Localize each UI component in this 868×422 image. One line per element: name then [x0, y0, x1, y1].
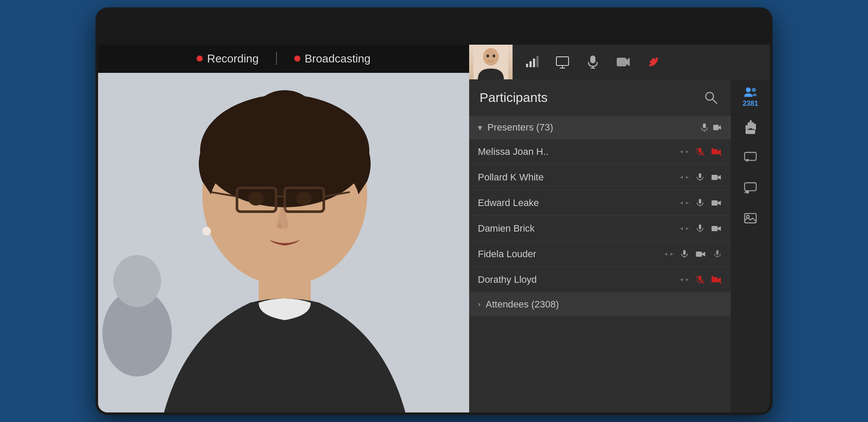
participant-name: Fidela Louder — [478, 249, 664, 260]
svg-point-3 — [493, 54, 495, 57]
svg-rect-51 — [712, 174, 718, 180]
participant-icons — [664, 249, 722, 259]
svg-point-18 — [254, 90, 315, 138]
participant-icons — [680, 173, 722, 182]
video-area — [98, 73, 469, 412]
svg-line-32 — [713, 99, 717, 104]
svg-rect-91 — [746, 130, 755, 134]
sidebar-raise-hand-button[interactable] — [735, 114, 766, 140]
participant-row[interactable]: Fidela Louder — [469, 242, 731, 267]
presenters-title: Presenters (73) — [487, 122, 694, 133]
svg-rect-33 — [703, 123, 706, 128]
sidebar-chat-button[interactable] — [735, 144, 766, 170]
svg-rect-95 — [745, 213, 756, 223]
svg-rect-93 — [745, 183, 756, 190]
svg-rect-65 — [712, 226, 718, 231]
participant-name: Damien Brick — [478, 223, 680, 234]
svg-point-31 — [706, 92, 713, 100]
svg-rect-11 — [591, 56, 595, 63]
svg-rect-7 — [536, 56, 539, 67]
attendees-section-header[interactable]: › Attendees (2308) — [469, 293, 731, 316]
status-divider — [276, 52, 277, 65]
screen-share-button[interactable] — [547, 45, 578, 79]
device-inner: Recording Broadcasting — [98, 10, 770, 412]
svg-point-85 — [752, 88, 756, 92]
svg-point-2 — [487, 54, 489, 57]
participant-name: Dorathy Lloyd — [478, 274, 680, 285]
participant-row[interactable]: Dorathy Lloyd — [469, 267, 731, 293]
participants-panel: Participants ▾ Presenters (73) — [469, 79, 731, 412]
participant-row[interactable]: Melissa Joan H.. — [469, 139, 731, 165]
participant-row[interactable]: Damien Brick — [469, 216, 731, 242]
participant-name: Edward Leake — [478, 197, 680, 209]
svg-rect-70 — [683, 250, 686, 255]
presenter-header-icons — [700, 123, 722, 132]
svg-rect-4 — [526, 64, 528, 67]
device-frame: Recording Broadcasting — [95, 7, 773, 415]
broadcasting-status: Broadcasting — [294, 52, 371, 65]
status-bar: Recording Broadcasting — [98, 45, 469, 73]
toolbar — [469, 45, 770, 79]
microphone-button[interactable] — [578, 45, 608, 79]
svg-rect-92 — [745, 152, 756, 160]
avatar-image — [469, 45, 513, 79]
svg-rect-5 — [529, 61, 532, 67]
svg-rect-49 — [699, 173, 701, 178]
signal-button[interactable] — [517, 45, 547, 79]
svg-rect-63 — [699, 224, 701, 229]
presenters-section-header[interactable]: ▾ Presenters (73) — [469, 116, 731, 139]
svg-point-94 — [746, 190, 749, 193]
svg-rect-35 — [713, 124, 718, 130]
svg-rect-87 — [748, 122, 750, 129]
broadcasting-dot — [294, 56, 300, 62]
svg-point-30 — [113, 255, 161, 307]
right-sidebar: 2381 — [731, 79, 770, 412]
video-button[interactable] — [608, 45, 638, 79]
participant-icons — [680, 147, 722, 157]
end-call-button[interactable] — [638, 45, 669, 79]
svg-point-24 — [248, 192, 264, 206]
participants-title: Participants — [480, 90, 701, 105]
svg-rect-72 — [696, 251, 702, 256]
svg-rect-58 — [712, 200, 718, 205]
recording-status: Recording — [197, 52, 259, 65]
recording-label: Recording — [207, 52, 259, 65]
participant-row[interactable]: Pollard K White — [469, 165, 731, 190]
svg-rect-88 — [752, 122, 754, 129]
broadcasting-label: Broadcasting — [305, 52, 371, 65]
participant-name: Pollard K White — [478, 172, 680, 183]
svg-rect-73 — [716, 250, 719, 255]
participant-row[interactable]: Edward Leake — [469, 190, 731, 216]
svg-point-84 — [746, 87, 751, 92]
svg-rect-90 — [754, 124, 756, 130]
sidebar-gallery-button[interactable] — [735, 205, 766, 231]
svg-rect-6 — [533, 59, 535, 67]
participant-icons — [680, 224, 722, 233]
sidebar-qa-button[interactable] — [735, 175, 766, 201]
svg-point-1 — [483, 48, 499, 65]
svg-point-26 — [278, 224, 281, 228]
participants-header: Participants — [469, 79, 731, 116]
participant-list: Melissa Joan H.. — [469, 139, 731, 293]
participant-icons — [680, 198, 722, 208]
toolbar-icons — [513, 45, 770, 79]
sidebar-participants-button[interactable]: 2381 — [735, 84, 766, 110]
participant-icons — [680, 275, 722, 285]
search-button[interactable] — [701, 88, 720, 107]
svg-rect-56 — [699, 199, 701, 203]
svg-rect-89 — [746, 125, 748, 131]
attendees-title: Attendees (2308) — [486, 299, 559, 310]
top-bar — [98, 10, 770, 45]
svg-rect-86 — [750, 120, 752, 128]
svg-rect-8 — [556, 57, 569, 65]
presenter-avatar[interactable] — [469, 45, 513, 79]
recording-dot — [197, 56, 203, 62]
svg-rect-14 — [617, 58, 626, 66]
participant-name: Melissa Joan H.. — [478, 146, 680, 157]
svg-point-27 — [202, 227, 211, 236]
participant-count: 2381 — [743, 100, 758, 108]
svg-point-25 — [296, 192, 312, 206]
